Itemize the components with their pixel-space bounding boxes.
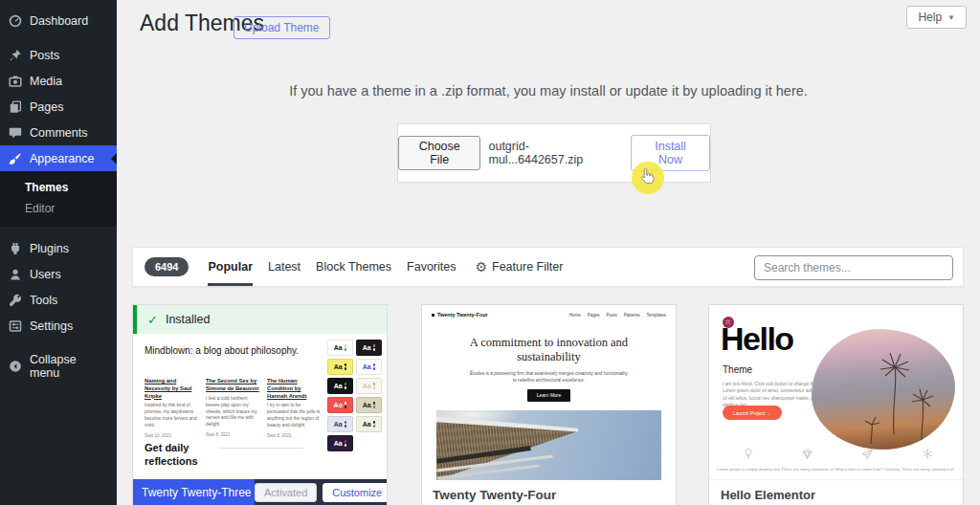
user-icon bbox=[8, 267, 22, 281]
plant-silhouette bbox=[812, 329, 955, 450]
sidebar-item-collapse-menu[interactable]: Collapse menu bbox=[0, 347, 117, 385]
theme-card-twenty-twenty-four[interactable]: Twenty Twenty-Four Home Pages Posts Patt… bbox=[421, 304, 677, 505]
sidebar-item-pages[interactable]: Pages bbox=[0, 94, 117, 120]
sunset-plant-photo bbox=[812, 329, 955, 450]
color-dot bbox=[345, 386, 347, 389]
lightbulb-icon bbox=[743, 447, 754, 459]
sidebar-item-label: Dashboard bbox=[30, 14, 88, 28]
color-dot bbox=[345, 348, 347, 351]
sidebar-item-comments[interactable]: Comments bbox=[0, 120, 117, 145]
submenu-item-editor[interactable]: Editor bbox=[0, 198, 117, 219]
customize-button[interactable]: Customize bbox=[323, 483, 388, 502]
color-dot bbox=[345, 383, 347, 385]
help-button[interactable]: Help▼ bbox=[906, 6, 967, 29]
tab-favorites[interactable]: Favorites bbox=[407, 248, 456, 286]
diamond-icon bbox=[801, 447, 813, 459]
sidebar-item-label: Comments bbox=[30, 126, 87, 140]
color-dot bbox=[345, 402, 347, 405]
installed-label: Installed bbox=[166, 313, 211, 326]
pages-icon bbox=[8, 99, 22, 114]
paintbrush-icon bbox=[8, 151, 22, 165]
screenshot-menu: Home Pages Posts Patterns Templates bbox=[569, 313, 666, 318]
theme-card-twenty-twenty-three[interactable]: ✓ Installed Mindblown: a blog about phil… bbox=[132, 304, 388, 505]
dashboard-icon bbox=[8, 13, 22, 28]
screenshot-headline: A commitment to innovation and sustainab… bbox=[463, 336, 635, 365]
activated-button: Activated bbox=[255, 483, 317, 502]
upload-instruction: If you have a theme in a .zip format, yo… bbox=[117, 83, 980, 99]
feature-filter-button[interactable]: ⚙Feature Filter bbox=[475, 248, 563, 286]
screenshot-footer-heading: Get daily reflections bbox=[145, 441, 213, 469]
sidebar-item-dashboard[interactable]: Dashboard bbox=[0, 8, 117, 33]
theme-name: Twenty Twenty-Three bbox=[133, 479, 255, 505]
article: Naming and Necessity by Saul Kripke Insp… bbox=[145, 378, 198, 438]
color-dot bbox=[373, 386, 376, 389]
architecture-photo bbox=[436, 410, 661, 480]
theme-screenshot: Mindblown: a blog about philosophy. Nami… bbox=[133, 334, 387, 479]
screenshot-articles: Naming and Necessity by Saul Kripke Insp… bbox=[145, 378, 321, 438]
style-variation: Aa bbox=[356, 340, 382, 356]
sidebar-item-posts[interactable]: Posts bbox=[0, 42, 117, 68]
screenshot-nav: Twenty Twenty-Four Home Pages Posts Patt… bbox=[422, 305, 676, 324]
sidebar-item-tools[interactable]: Tools bbox=[0, 287, 117, 313]
menu-separator bbox=[0, 339, 117, 347]
paper-plane-icon bbox=[861, 447, 874, 459]
color-dot bbox=[345, 363, 347, 366]
media-icon bbox=[8, 74, 22, 88]
style-variation: Aa bbox=[327, 378, 353, 394]
theme-filter-bar: 6494 Popular Latest Block Themes Favorit… bbox=[132, 247, 964, 287]
sidebar-item-media[interactable]: Media bbox=[0, 68, 117, 94]
selected-filename: outgrid-mul...6442657.zip bbox=[488, 140, 623, 166]
theme-card-footer: Twenty Twenty-Three Activated Customize bbox=[133, 479, 387, 505]
sidebar-item-label: Collapse menu bbox=[30, 353, 109, 380]
theme-count-badge: 6494 bbox=[145, 257, 189, 276]
color-dot bbox=[345, 425, 347, 428]
search-themes-input[interactable] bbox=[754, 255, 953, 280]
color-dot bbox=[373, 383, 376, 385]
choose-file-button[interactable]: Choose File bbox=[398, 136, 480, 170]
sidebar-item-plugins[interactable]: Plugins bbox=[0, 235, 117, 261]
sidebar-item-label: Pages bbox=[30, 100, 63, 114]
theme-name: Hello Elementor bbox=[709, 479, 963, 505]
color-dot bbox=[373, 367, 376, 370]
learn-more-button: Learn More bbox=[527, 389, 571, 402]
screenshot-brand: Twenty Twenty-Four bbox=[432, 312, 488, 318]
color-dot bbox=[373, 425, 376, 428]
style-variation: Aa bbox=[356, 359, 382, 375]
tab-popular[interactable]: Popular bbox=[208, 248, 253, 286]
snowflake-icon bbox=[922, 447, 933, 459]
chevron-down-icon: ▼ bbox=[947, 13, 955, 22]
wrench-icon bbox=[8, 293, 22, 307]
style-variation: Aa bbox=[356, 416, 382, 432]
upload-theme-button[interactable]: Upload Theme bbox=[234, 16, 330, 39]
color-dot bbox=[345, 444, 347, 447]
feature-item: Lorem ipsum is simply dummy text bbox=[717, 447, 780, 472]
logo-dot-icon bbox=[432, 314, 434, 317]
sidebar-item-label: Media bbox=[30, 75, 62, 88]
screenshot-headline: Mindblown: a blog about philosophy. bbox=[145, 345, 326, 356]
color-dot bbox=[345, 406, 347, 408]
tab-latest[interactable]: Latest bbox=[268, 248, 301, 286]
sidebar-item-settings[interactable]: Settings bbox=[0, 313, 117, 339]
cursor-click-highlight bbox=[632, 162, 664, 194]
theme-card-hello-elementor[interactable]: Hello Theme I am text block. Click edit … bbox=[708, 304, 964, 505]
upload-form: Choose File outgrid-mul...6442657.zip In… bbox=[397, 123, 711, 183]
plug-icon bbox=[8, 241, 22, 255]
sidebar-item-appearance[interactable]: Appearance bbox=[0, 145, 117, 171]
style-variation: Aa bbox=[327, 340, 353, 356]
style-variation: Aa bbox=[356, 378, 382, 394]
divider-line bbox=[219, 448, 303, 449]
tab-block-themes[interactable]: Block Themes bbox=[316, 248, 391, 286]
admin-sidebar: Dashboard Posts Media Pages Comments App… bbox=[0, 0, 117, 505]
collapse-arrow-icon bbox=[8, 360, 22, 374]
sidebar-item-users[interactable]: Users bbox=[0, 261, 117, 287]
sidebar-item-label: Plugins bbox=[30, 242, 69, 255]
paper-plane-icon-item: Where does it come from? Contrary bbox=[835, 447, 900, 472]
screenshot-hello-title: Hello bbox=[721, 320, 793, 358]
style-variation: Aa bbox=[327, 435, 353, 451]
main-content: Add Themes Upload Theme Help▼ If you hav… bbox=[117, 0, 980, 505]
submenu-item-themes[interactable]: Themes bbox=[0, 177, 117, 198]
color-dot bbox=[373, 348, 376, 351]
hand-cursor-icon bbox=[640, 166, 656, 185]
feature-item: There are many variations of bbox=[780, 447, 835, 472]
color-dot bbox=[373, 344, 376, 347]
